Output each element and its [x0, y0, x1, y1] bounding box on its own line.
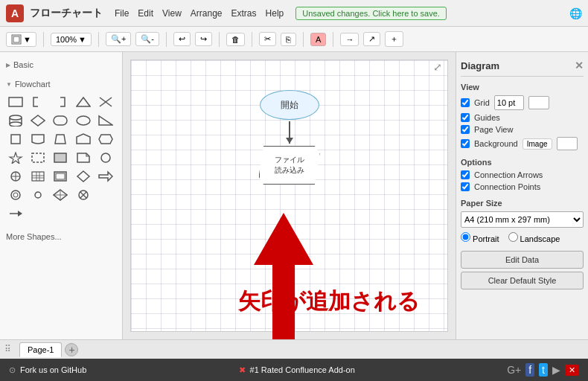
shape-right-arrow[interactable] — [96, 168, 115, 185]
menu-help[interactable]: Help — [266, 8, 284, 19]
landscape-option[interactable]: Landscape — [508, 232, 560, 243]
grid-color-box[interactable] — [528, 96, 549, 109]
background-color-box[interactable] — [557, 137, 578, 150]
svg-marker-17 — [99, 135, 112, 144]
shape-circle-cross[interactable] — [6, 168, 25, 185]
waypoint-btn[interactable]: ↗ — [363, 32, 380, 46]
more-shapes-btn[interactable]: More Shapes... — [0, 228, 122, 246]
shape-x-circle[interactable] — [74, 187, 93, 203]
shape-single-arrow[interactable] — [6, 205, 25, 222]
menu-arrange[interactable]: Arrange — [191, 8, 223, 19]
zoom-out-btn[interactable]: 🔍- — [135, 32, 159, 46]
shape-pentagon[interactable] — [74, 131, 93, 147]
shape-file[interactable]: ファイル読み込み — [259, 146, 320, 185]
svg-rect-19 — [32, 153, 44, 162]
grid-checkbox[interactable] — [461, 98, 470, 107]
page-tab-1[interactable]: Page-1 — [19, 342, 62, 357]
page-add-btn[interactable]: + — [65, 343, 78, 356]
paper-size-section: Paper Size A4 (210 mm x 297 mm) Portrait… — [461, 199, 584, 243]
grid-label[interactable]: Grid — [474, 98, 490, 107]
shape-right-triangle[interactable] — [96, 112, 115, 129]
shape-note[interactable] — [74, 150, 93, 166]
svg-marker-3 — [77, 97, 90, 106]
arrow-btn[interactable]: → — [340, 33, 359, 46]
undo-btn[interactable]: ↩ — [173, 32, 191, 46]
menu-extras[interactable]: Extras — [231, 8, 257, 19]
canvas-area[interactable]: 開始 ファイル読み込み 矢印が追加される ⤢ — [123, 52, 456, 339]
shape-rounded-rect[interactable] — [51, 112, 70, 129]
shape-dotted-rect[interactable] — [28, 150, 48, 166]
delete-btn[interactable]: 🗑 — [226, 33, 245, 46]
social-twitter[interactable]: t — [539, 363, 548, 377]
rated-label[interactable]: #1 Rated Confluence Add-on — [250, 365, 355, 374]
shape-rect-filled[interactable] — [51, 150, 70, 166]
shape-double-rect[interactable] — [51, 168, 70, 185]
panel-close-btn[interactable]: ✕ — [575, 60, 584, 71]
shape-trapezoid[interactable] — [51, 131, 70, 147]
menu-file[interactable]: File — [115, 8, 129, 19]
connection-arrows-label[interactable]: Connection Arrows — [474, 170, 543, 179]
guides-label[interactable]: Guides — [474, 113, 500, 122]
svg-marker-33 — [77, 171, 89, 182]
shape-star[interactable] — [6, 150, 25, 166]
shape-bracket-right[interactable] — [51, 94, 70, 110]
shape-cylinder[interactable] — [6, 112, 25, 129]
menu-view[interactable]: View — [162, 8, 182, 19]
page-view-checkbox[interactable] — [461, 125, 470, 134]
save-notice[interactable]: Unsaved changes. Click here to save. — [295, 7, 447, 20]
image-btn[interactable]: Image — [523, 138, 552, 150]
grid-size-input[interactable] — [494, 95, 524, 110]
edit-data-btn[interactable]: Edit Data — [461, 251, 584, 269]
background-label[interactable]: Background — [474, 139, 518, 148]
bottom-right: G+ f t ▶ ✕ — [507, 363, 579, 377]
shape-diamond[interactable] — [28, 112, 48, 129]
expand-icon[interactable]: ⤢ — [433, 61, 442, 73]
shape-rhombus[interactable] — [74, 168, 93, 185]
connection-arrows-checkbox[interactable] — [461, 170, 470, 179]
shape-circle[interactable] — [96, 150, 115, 166]
shape-rectangle[interactable] — [6, 94, 25, 110]
shape-diamond-cross[interactable] — [51, 187, 70, 203]
close-btn[interactable]: ✕ — [565, 365, 579, 376]
add-btn[interactable]: ＋ — [385, 31, 403, 47]
fill-btn[interactable]: A — [310, 33, 326, 46]
zoom-in-btn[interactable]: 🔍+ — [106, 32, 131, 46]
social-facebook[interactable]: f — [525, 363, 534, 377]
background-checkbox[interactable] — [461, 139, 470, 148]
fork-label[interactable]: Fork us on GitHub — [20, 365, 86, 374]
options-section-title: Options — [461, 158, 584, 167]
connection-points-label[interactable]: Connection Points — [474, 182, 540, 191]
shape-x[interactable] — [96, 94, 115, 110]
flowchart-section-title[interactable]: Flowchart — [6, 77, 116, 91]
connection-points-checkbox[interactable] — [461, 182, 470, 191]
social-gplus[interactable]: G+ — [507, 364, 521, 376]
format-button[interactable]: ▼ — [6, 32, 36, 47]
basic-section-title[interactable]: Basic — [6, 58, 116, 71]
clear-default-style-btn[interactable]: Clear Default Style — [461, 272, 584, 289]
menu-bar: File Edit View Arrange Extras Help — [115, 8, 284, 19]
page-view-label[interactable]: Page View — [474, 125, 513, 134]
shape-document[interactable] — [28, 131, 48, 147]
shape-bracket-left[interactable] — [28, 94, 48, 110]
globe-icon[interactable]: 🌐 — [569, 7, 582, 19]
shape-circle-outline[interactable] — [6, 187, 25, 203]
shape-small-circle[interactable] — [28, 187, 48, 203]
portrait-option[interactable]: Portrait — [461, 232, 499, 243]
cut-btn[interactable]: ✂ — [259, 32, 276, 46]
redo-btn[interactable]: ↪ — [195, 32, 212, 46]
shape-kaishi[interactable]: 開始 — [260, 90, 319, 120]
social-youtube[interactable]: ▶ — [552, 364, 560, 376]
shape-triangle[interactable] — [74, 94, 93, 110]
guides-checkbox[interactable] — [461, 113, 470, 122]
paper-size-select[interactable]: A4 (210 mm x 297 mm) — [461, 211, 584, 228]
copy-btn[interactable]: ⎘ — [281, 33, 296, 46]
shape-ellipse[interactable] — [74, 112, 93, 129]
shape-hexagon[interactable] — [96, 131, 115, 147]
page-drag-icon[interactable]: ⠿ — [4, 344, 16, 356]
shape-parallelogram[interactable] — [6, 131, 25, 147]
shape-grid-shape[interactable] — [28, 168, 48, 185]
page-tabs: ⠿ Page-1 + — [0, 339, 588, 359]
zoom-level[interactable]: 100%▼ — [51, 33, 92, 46]
menu-edit[interactable]: Edit — [138, 8, 153, 19]
connection-arrows-row: Connection Arrows — [461, 170, 584, 179]
